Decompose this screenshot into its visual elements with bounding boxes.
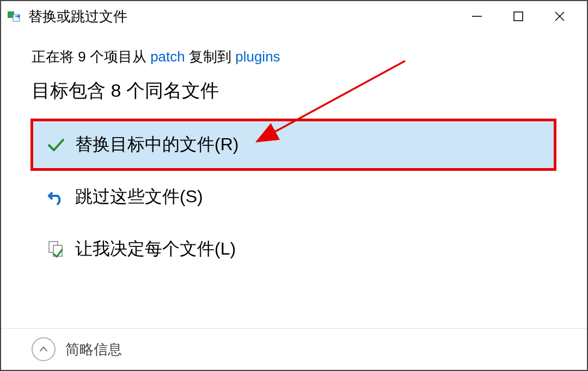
svg-rect-3 <box>514 12 523 21</box>
close-button[interactable] <box>552 9 567 24</box>
source-folder-link[interactable]: patch <box>150 48 185 65</box>
decide-option-label: 让我决定每个文件(L) <box>75 237 236 261</box>
replace-option-label: 替换目标中的文件(R) <box>75 133 238 157</box>
conflict-message: 目标包含 8 个同名文件 <box>32 78 556 103</box>
brief-info-label: 简略信息 <box>65 340 122 359</box>
check-icon <box>47 135 65 154</box>
dialog-footer: 简略信息 <box>1 328 587 370</box>
copy-conflict-icon <box>8 10 24 23</box>
dest-folder-link[interactable]: plugins <box>235 48 280 65</box>
minimize-button[interactable] <box>469 9 485 24</box>
dialog-content: 正在将 9 个项目从 patch 复制到 plugins 目标包含 8 个同名文… <box>1 32 587 275</box>
copy-mid: 复制到 <box>185 48 235 65</box>
maximize-button[interactable] <box>511 9 526 24</box>
skip-option-label: 跳过这些文件(S) <box>75 185 203 209</box>
options-list: 替换目标中的文件(R) 跳过这些文件(S) <box>30 119 556 275</box>
copy-progress-line: 正在将 9 个项目从 patch 复制到 plugins <box>32 47 556 66</box>
compare-files-icon <box>47 240 65 258</box>
copy-prefix: 正在将 9 个项目从 <box>32 48 150 65</box>
titlebar: 替换或跳过文件 <box>1 1 587 32</box>
dialog-title: 替换或跳过文件 <box>28 7 469 26</box>
details-toggle[interactable] <box>32 337 56 361</box>
decide-option[interactable]: 让我决定每个文件(L) <box>30 223 556 275</box>
dialog-window: 替换或跳过文件 正在将 9 个项目从 patch 复制到 plugins 目标包… <box>0 0 588 371</box>
window-controls <box>469 9 583 24</box>
skip-option[interactable]: 跳过这些文件(S) <box>30 171 556 223</box>
replace-option[interactable]: 替换目标中的文件(R) <box>30 119 556 171</box>
undo-icon <box>47 188 65 206</box>
